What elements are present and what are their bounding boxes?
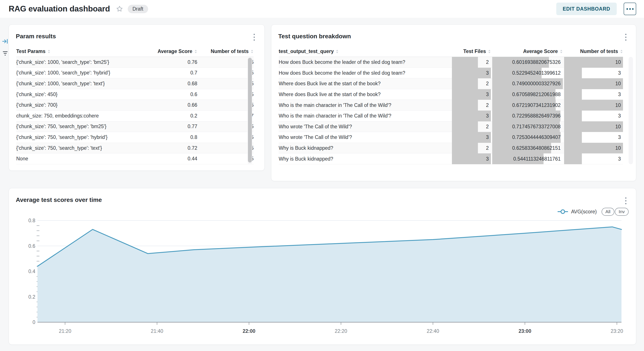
data-bar bbox=[452, 121, 478, 132]
cell-number-of-tests: 3 bbox=[564, 132, 623, 143]
column-header-average-score[interactable]: Average Score bbox=[132, 48, 197, 54]
param-results-table: Test Params Average Score Number of test… bbox=[16, 46, 254, 164]
cell-average-score: 0.6 bbox=[132, 91, 197, 97]
app-header: RAG evaluation dashboard Draft EDIT DASH… bbox=[0, 0, 644, 18]
sort-icon bbox=[48, 49, 50, 54]
cell-test-params: {'chunk_size': 700} bbox=[16, 102, 132, 108]
question-breakdown-panel: Test question breakdown test_output_test… bbox=[271, 24, 636, 181]
x-axis-label: 23:00 bbox=[518, 328, 532, 334]
column-header-number-of-tests[interactable]: Number of tests bbox=[564, 48, 623, 54]
collapse-panel-icon[interactable] bbox=[2, 38, 8, 45]
table-header-row: Test Params Average Score Number of test… bbox=[16, 46, 254, 57]
table-row: Why is Buck kidnapped?30.544111324681176… bbox=[279, 153, 623, 164]
cell-test-query: Who is the main character in 'The Call o… bbox=[279, 102, 451, 108]
panel-menu-kebab-icon[interactable] bbox=[250, 32, 258, 42]
cell-average-score: 0.7 bbox=[132, 70, 197, 76]
cell-test-query: Where does Buck live at the start of the… bbox=[279, 81, 451, 86]
table-row: {'chunk_size': 450}0.615 bbox=[16, 89, 254, 100]
table-row: chunk_size: 750, embeddings:cohere0.217 bbox=[16, 111, 254, 121]
cell-number-of-tests: 3 bbox=[564, 68, 623, 78]
table-row: {'chunk_size': 750, 'search_type': 'text… bbox=[16, 143, 254, 154]
data-bar bbox=[452, 89, 491, 100]
filter-icon[interactable] bbox=[2, 51, 8, 57]
cell-average-score: 0.76 bbox=[132, 59, 197, 65]
table-row: How does Buck become the leader of the s… bbox=[279, 57, 623, 68]
cell-number-of-tests: 15 bbox=[197, 91, 254, 97]
cell-average-score: 0.7174576733727008 bbox=[492, 121, 563, 132]
table-row: Who is the main character in 'The Call o… bbox=[279, 100, 623, 111]
panel-menu-kebab-icon[interactable] bbox=[622, 32, 630, 42]
cell-number-of-tests: 17 bbox=[197, 113, 254, 119]
cell-average-score: 0.7490000003327926 bbox=[492, 78, 563, 89]
sort-icon bbox=[250, 49, 254, 54]
cell-test-query: How does Buck become the leader of the s… bbox=[279, 70, 451, 76]
table-scrollbar bbox=[248, 57, 252, 164]
cell-average-score: 0.5229452401399612 bbox=[492, 68, 563, 78]
y-axis-label: 0 bbox=[32, 320, 35, 325]
scrollbar-thumb[interactable] bbox=[248, 58, 252, 163]
cell-average-score: 0.44 bbox=[132, 156, 197, 162]
cell-average-score: 0.8 bbox=[132, 134, 197, 140]
data-bar bbox=[564, 68, 582, 78]
cell-test-params: chunk_size: 750, embeddings:cohere bbox=[16, 113, 132, 119]
cell-test-params: {'chunk_size': 1000, 'search_type': 'tex… bbox=[16, 81, 132, 86]
cell-number-of-tests: 5 bbox=[197, 124, 254, 129]
area-fill bbox=[38, 227, 622, 322]
x-axis-label: 23:20 bbox=[611, 328, 623, 334]
cell-test-params: {'chunk_size': 450} bbox=[16, 91, 132, 97]
data-bar bbox=[564, 89, 582, 100]
cell-test-files: 3 bbox=[452, 68, 491, 78]
cell-test-query: Who is the main character in 'The Call o… bbox=[279, 113, 451, 119]
data-bar bbox=[452, 132, 491, 143]
table-row: {'chunk_size': 750, 'search_type': 'bm25… bbox=[16, 121, 254, 132]
column-header-test-query[interactable]: test_output_test_query bbox=[279, 48, 451, 54]
cell-test-params: {'chunk_size': 750, 'search_type': 'bm25… bbox=[16, 124, 132, 129]
page-title: RAG evaluation dashboard bbox=[9, 4, 110, 13]
cell-average-score: 0.6258336480862151 bbox=[492, 143, 563, 154]
status-badge: Draft bbox=[128, 5, 148, 13]
cell-number-of-tests: 5 bbox=[197, 59, 254, 65]
cell-test-query: Why is Buck kidnapped? bbox=[279, 145, 451, 151]
column-header-test-files[interactable]: Test Files bbox=[452, 48, 491, 54]
cell-average-score: 0.7229588826497396 bbox=[492, 111, 563, 121]
cell-test-files: 2 bbox=[452, 100, 491, 111]
cell-average-score: 0.72 bbox=[132, 145, 197, 151]
cell-number-of-tests: 15 bbox=[197, 102, 254, 108]
data-bar bbox=[564, 100, 623, 111]
table-row: {'chunk_size': 1000, 'search_type': 'bm2… bbox=[16, 57, 254, 68]
table-row: None0.445 bbox=[16, 153, 254, 164]
sort-icon bbox=[336, 49, 339, 54]
cell-number-of-tests: 5 bbox=[197, 134, 254, 140]
table-row: {'chunk_size': 700}0.6615 bbox=[16, 100, 254, 111]
question-breakdown-table: test_output_test_query Test Files Averag… bbox=[279, 46, 623, 164]
cell-test-params: {'chunk_size': 750, 'search_type': 'text… bbox=[16, 145, 132, 151]
line-chart: 00.20.40.60.821:2021:4022:0022:2022:4023… bbox=[9, 188, 636, 345]
cell-number-of-tests: 5 bbox=[197, 145, 254, 151]
sort-icon bbox=[194, 49, 197, 54]
x-axis-label: 21:20 bbox=[59, 328, 72, 334]
y-axis-label: 0.8 bbox=[28, 218, 35, 223]
cell-average-score: 0.7253044446309407 bbox=[492, 132, 563, 143]
cell-number-of-tests: 3 bbox=[564, 89, 623, 100]
cell-number-of-tests: 3 bbox=[564, 111, 623, 121]
column-header-test-params[interactable]: Test Params bbox=[16, 48, 132, 54]
column-header-number-of-tests[interactable]: Number of tests bbox=[197, 48, 254, 54]
edit-dashboard-button[interactable]: EDIT DASHBOARD bbox=[556, 2, 617, 15]
cell-test-files: 2 bbox=[452, 57, 491, 68]
data-bar bbox=[452, 111, 491, 121]
cell-test-params: {'chunk_size': 750, 'search_type': 'hybr… bbox=[16, 134, 132, 140]
data-bar bbox=[452, 100, 478, 111]
table-row: Where does Buck live at the start of the… bbox=[279, 89, 623, 100]
favorite-star-icon[interactable] bbox=[116, 5, 124, 13]
cell-average-score: 0.77 bbox=[132, 124, 197, 129]
cell-number-of-tests: 5 bbox=[197, 156, 254, 162]
table-row: Why is Buck kidnapped?20.625833648086215… bbox=[279, 143, 623, 154]
cell-test-files: 3 bbox=[452, 111, 491, 121]
more-options-button[interactable] bbox=[624, 2, 636, 15]
panel-title: Test question breakdown bbox=[278, 33, 351, 40]
column-header-average-score[interactable]: Average Score bbox=[492, 48, 563, 54]
cell-test-files: 2 bbox=[452, 78, 491, 89]
x-axis-label: 21:40 bbox=[151, 328, 163, 334]
question-breakdown-body: How does Buck become the leader of the s… bbox=[279, 57, 623, 164]
param-results-panel: Param results Test Params Average Score … bbox=[9, 24, 264, 171]
